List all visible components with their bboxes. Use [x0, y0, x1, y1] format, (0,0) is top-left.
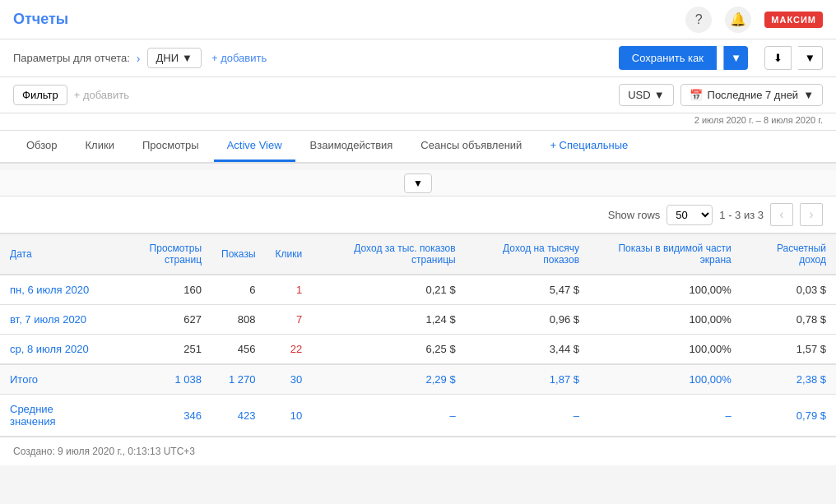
col-header-revenue: Расчетный доход: [741, 234, 836, 275]
cell-viewable-1: 100,00%: [589, 275, 741, 305]
dropdown-arrow-icon: ▼: [182, 52, 193, 64]
cell-total-rpm-thousand: 1,87 $: [466, 364, 589, 395]
date-range-subtitle: 2 июля 2020 г. – 8 июля 2020 г.: [694, 115, 823, 125]
chart-toggle-button[interactable]: ▼: [404, 173, 432, 193]
cell-avg-rpm-page: –: [312, 395, 466, 437]
rows-per-page-select[interactable]: 10 25 50 100: [666, 205, 713, 225]
cell-impressions-2: 808: [211, 305, 265, 335]
tab-ad-sessions[interactable]: Сеансы объявлений: [407, 131, 535, 162]
cell-date-3: ср, 8 июля 2020: [0, 335, 105, 365]
tab-activeview[interactable]: Active View: [214, 131, 295, 162]
cell-total-impressions: 1 270: [211, 364, 265, 395]
cell-avg-rpm-thousand: –: [466, 395, 589, 437]
cell-avg-views: 346: [105, 395, 211, 437]
next-page-button[interactable]: ›: [800, 203, 823, 226]
cell-impressions-1: 6: [211, 275, 265, 305]
add-filter-button[interactable]: + добавить: [74, 89, 129, 101]
tab-clicks[interactable]: Клики: [72, 131, 128, 162]
date-range-arrow-icon: ▼: [803, 89, 814, 101]
add-dimension-button[interactable]: + добавить: [208, 49, 270, 67]
cell-avg-viewable: –: [589, 395, 741, 437]
cell-views-2: 627: [105, 305, 211, 335]
cell-rpm-page-3: 6,25 $: [312, 335, 466, 365]
calendar-icon: 📅: [690, 89, 703, 101]
top-bar: Отчеты ? 🔔 МАКСИМ: [0, 0, 836, 39]
col-header-viewable: Показы в видимой части экрана: [589, 234, 741, 275]
cell-clicks-2: 7: [266, 305, 313, 335]
save-as-button[interactable]: Сохранить как: [619, 46, 717, 70]
breadcrumb-arrow: ›: [137, 52, 141, 65]
cell-revenue-1: 0,03 $: [741, 275, 836, 305]
cell-total-rpm-page: 2,29 $: [312, 364, 466, 395]
cell-revenue-3: 1,57 $: [741, 335, 836, 365]
table-row: пн, 6 июля 2020 160 6 1 0,21 $ 5,47 $ 10…: [0, 275, 836, 305]
cell-clicks-1: 1: [266, 275, 313, 305]
table-row: вт, 7 июля 2020 627 808 7 1,24 $ 0,96 $ …: [0, 305, 836, 335]
cell-viewable-3: 100,00%: [589, 335, 741, 365]
footer: Создано: 9 июля 2020 г., 0:13:13 UTC+3: [0, 437, 836, 465]
date-range-button[interactable]: 📅 Последние 7 дней ▼: [680, 84, 823, 106]
table-avg-row: Средние значения 346 423 10 – – – 0,79 $: [0, 395, 836, 437]
cell-avg-clicks: 10: [266, 395, 313, 437]
brand-logo: МАКСИМ: [764, 12, 823, 28]
col-header-rpm-thousand: Доход на тысячу показов: [466, 234, 589, 275]
help-icon[interactable]: ?: [685, 7, 712, 33]
params-label: Параметры для отчета:: [13, 52, 130, 64]
filter-bar: Фильтр + добавить USD ▼ 📅 Последние 7 дн…: [0, 77, 836, 113]
cell-views-1: 160: [105, 275, 211, 305]
pagination-info: 1 - 3 из 3: [719, 209, 764, 221]
bell-icon[interactable]: 🔔: [725, 7, 751, 33]
tab-overview[interactable]: Обзор: [13, 131, 71, 162]
params-bar: Параметры для отчета: › ДНИ ▼ + добавить…: [0, 39, 836, 77]
footer-text: Создано: 9 июля 2020 г., 0:13:13 UTC+3: [13, 446, 195, 457]
data-table: Дата Просмотры страниц Показы Клики Дохо…: [0, 234, 836, 437]
currency-selector[interactable]: USD ▼: [619, 84, 673, 106]
save-as-arrow-button[interactable]: ▼: [723, 46, 748, 70]
prev-page-button[interactable]: ‹: [770, 203, 793, 226]
cell-total-revenue: 2,38 $: [741, 364, 836, 395]
cell-date-1: пн, 6 июля 2020: [0, 275, 105, 305]
cell-viewable-2: 100,00%: [589, 305, 741, 335]
dimension-button[interactable]: ДНИ ▼: [147, 48, 202, 68]
cell-rpm-thousand-1: 5,47 $: [466, 275, 589, 305]
cell-avg-revenue: 0,79 $: [741, 395, 836, 437]
cell-avg-impressions: 423: [211, 395, 265, 437]
cell-clicks-3: 22: [266, 335, 313, 365]
table-controls: Show rows 10 25 50 100 1 - 3 из 3 ‹ ›: [0, 197, 836, 234]
filter-button[interactable]: Фильтр: [13, 85, 67, 105]
col-header-pageviews: Просмотры страниц: [105, 234, 211, 275]
col-header-clicks: Клики: [266, 234, 313, 275]
cell-impressions-3: 456: [211, 335, 265, 365]
tabs-bar: Обзор Клики Просмотры Active View Взаимо…: [0, 131, 836, 164]
cell-rpm-page-2: 1,24 $: [312, 305, 466, 335]
cell-rpm-thousand-3: 3,44 $: [466, 335, 589, 365]
download-button[interactable]: ⬇: [764, 46, 792, 70]
tab-interactions[interactable]: Взаимодействия: [297, 131, 406, 162]
cell-rpm-thousand-2: 0,96 $: [466, 305, 589, 335]
tab-views[interactable]: Просмотры: [129, 131, 212, 162]
tab-special[interactable]: + Специальные: [536, 131, 641, 162]
cell-total-clicks: 30: [266, 364, 313, 395]
cell-total-label: Итого: [0, 364, 105, 395]
cell-total-viewable: 100,00%: [589, 364, 741, 395]
col-header-rpm-page: Доход за тыс. показов страницы: [312, 234, 466, 275]
cell-avg-label: Средние значения: [0, 395, 105, 437]
content-area: ▼ Show rows 10 25 50 100 1 - 3 из 3 ‹ › …: [0, 170, 836, 465]
cell-views-3: 251: [105, 335, 211, 365]
cell-total-views: 1 038: [105, 364, 211, 395]
cell-date-2: вт, 7 июля 2020: [0, 305, 105, 335]
table-total-row: Итого 1 038 1 270 30 2,29 $ 1,87 $ 100,0…: [0, 364, 836, 395]
col-header-date: Дата: [0, 234, 105, 275]
top-bar-icons: ? 🔔 МАКСИМ: [685, 7, 823, 33]
filter-right: USD ▼ 📅 Последние 7 дней ▼: [619, 84, 823, 106]
chart-area: ▼: [0, 170, 836, 197]
page-title: Отчеты: [13, 11, 685, 28]
cell-rpm-page-1: 0,21 $: [312, 275, 466, 305]
show-rows-label: Show rows: [608, 209, 661, 221]
currency-arrow-icon: ▼: [654, 89, 665, 101]
col-header-impressions: Показы: [211, 234, 265, 275]
cell-revenue-2: 0,78 $: [741, 305, 836, 335]
download-arrow-button[interactable]: ▼: [798, 46, 823, 70]
table-row: ср, 8 июля 2020 251 456 22 6,25 $ 3,44 $…: [0, 335, 836, 365]
